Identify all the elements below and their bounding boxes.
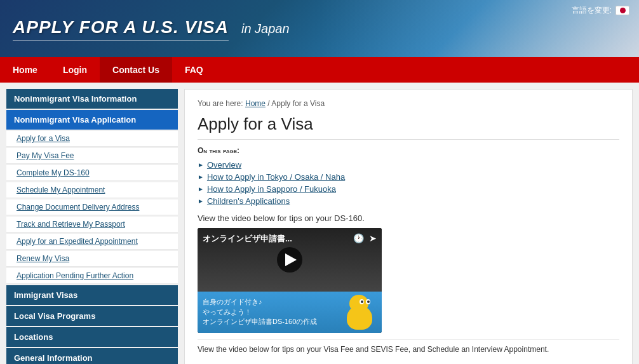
- mascot-left-pupil: [361, 300, 363, 303]
- nav-login[interactable]: Login: [50, 57, 100, 83]
- sidebar-apply-for-visa[interactable]: Apply for a Visa: [6, 131, 178, 147]
- toc-arrow-icon: ►: [198, 161, 204, 168]
- sidebar-pay-visa-fee[interactable]: Pay My Visa Fee: [6, 148, 178, 164]
- nav-contact-us[interactable]: Contact Us: [100, 57, 172, 83]
- main-container: Nonimmigrant Visa Information Nonimmigra…: [0, 83, 639, 364]
- sidebar-general-information[interactable]: General Information: [6, 348, 178, 364]
- sidebar-renew-visa[interactable]: Renew My Visa: [6, 251, 178, 267]
- mascot-body: [347, 306, 372, 330]
- toc-arrow-icon-4: ►: [198, 198, 204, 205]
- play-button[interactable]: [277, 247, 302, 273]
- nav-home[interactable]: Home: [0, 57, 50, 83]
- nav-faq[interactable]: FAQ: [172, 57, 216, 83]
- video-caption: 自身のガイド付き♪ やってみよう！ オンラインビザ申請書DS-160の作成: [203, 297, 317, 327]
- breadcrumb-current: Apply for a Visa: [271, 99, 325, 108]
- sidebar-complete-ds160[interactable]: Complete My DS-160: [6, 165, 178, 181]
- toc-item-children: ► Children's Applications: [198, 196, 619, 206]
- toc-item-tokyo: ► How to Apply in Tokyo / Osaka / Naha: [198, 172, 619, 182]
- toc-link-sapporo[interactable]: How to Apply in Sapporo / Fukuoka: [207, 184, 336, 194]
- video-mascot: [342, 295, 377, 330]
- play-triangle-icon: [285, 253, 297, 266]
- main-nav: Home Login Contact Us FAQ: [0, 57, 639, 83]
- mascot-right-eye: [366, 299, 370, 304]
- breadcrumb: You are here: Home / Apply for a Visa: [198, 99, 619, 108]
- toc-item-overview: ► Overview: [198, 160, 619, 170]
- language-bar: 言語を変更:: [572, 5, 629, 16]
- sidebar-local-visa-programs[interactable]: Local Visa Programs: [6, 306, 178, 326]
- bottom-description: View the video below for tips on your Vi…: [198, 339, 619, 354]
- breadcrumb-home[interactable]: Home: [245, 99, 266, 108]
- flag-circle: [620, 8, 626, 13]
- breadcrumb-prefix: You are here:: [198, 99, 243, 108]
- sidebar-pending-action[interactable]: Application Pending Further Action: [6, 268, 178, 284]
- video-controls: 🕐 ➤: [353, 233, 377, 243]
- video-title-overlay: オンラインビザ申請書...: [203, 233, 292, 245]
- site-subtitle: in Japan: [241, 22, 290, 36]
- content-area: You are here: Home / Apply for a Visa Ap…: [184, 89, 633, 364]
- video-bottom-area: 自身のガイド付き♪ やってみよう！ オンラインビザ申請書DS-160の作成: [198, 292, 382, 333]
- sidebar-schedule-appointment[interactable]: Schedule My Appointment: [6, 182, 178, 198]
- sidebar-track-passport[interactable]: Track and Retrieve My Passport: [6, 217, 178, 233]
- video-caption-line1: 自身のガイド付き♪: [203, 297, 317, 307]
- share-icon: ➤: [369, 233, 377, 243]
- sidebar-nonimmigrant-application[interactable]: Nonimmigrant Visa Application: [6, 110, 178, 130]
- sidebar-locations[interactable]: Locations: [6, 327, 178, 347]
- toc-arrow-icon-3: ►: [198, 185, 204, 192]
- video-caption-line2: やってみよう！: [203, 307, 317, 317]
- toc-link-overview[interactable]: Overview: [207, 160, 241, 170]
- video-description: View the video below for tips on your DS…: [198, 213, 619, 223]
- sidebar-immigrant-visas[interactable]: Immigrant Visas: [6, 285, 178, 305]
- toc-arrow-icon-2: ►: [198, 173, 204, 180]
- sidebar-change-delivery-address[interactable]: Change Document Delivery Address: [6, 199, 178, 215]
- sidebar: Nonimmigrant Visa Information Nonimmigra…: [6, 89, 178, 364]
- mascot-right-pupil: [367, 300, 370, 303]
- toc-item-sapporo: ► How to Apply in Sapporo / Fukuoka: [198, 184, 619, 194]
- page-title: Apply for a Visa: [198, 114, 619, 140]
- japan-flag-icon[interactable]: [615, 6, 629, 15]
- site-header: APPLY FOR A U.S. VISA in Japan 言語を変更:: [0, 0, 639, 57]
- video-top-area: オンラインビザ申請書... 🕐 ➤: [198, 228, 382, 292]
- video-caption-line3: オンラインビザ申請書DS-160の作成: [203, 317, 317, 327]
- mascot-left-eye: [360, 299, 364, 304]
- video-embed[interactable]: オンラインビザ申請書... 🕐 ➤ 自身のガイド付き♪ やってみよう！ オンライ…: [198, 228, 382, 333]
- clock-icon: 🕐: [353, 233, 364, 243]
- site-title: APPLY FOR A U.S. VISA: [13, 17, 229, 41]
- on-this-page-label: On this page:: [198, 146, 619, 155]
- lang-label: 言語を変更:: [572, 5, 612, 16]
- sidebar-nonimmigrant-info[interactable]: Nonimmigrant Visa Information: [6, 89, 178, 109]
- toc-link-tokyo[interactable]: How to Apply in Tokyo / Osaka / Naha: [207, 172, 345, 182]
- sidebar-expedited-appointment[interactable]: Apply for an Expedited Appointment: [6, 234, 178, 250]
- toc-link-children[interactable]: Children's Applications: [207, 196, 290, 206]
